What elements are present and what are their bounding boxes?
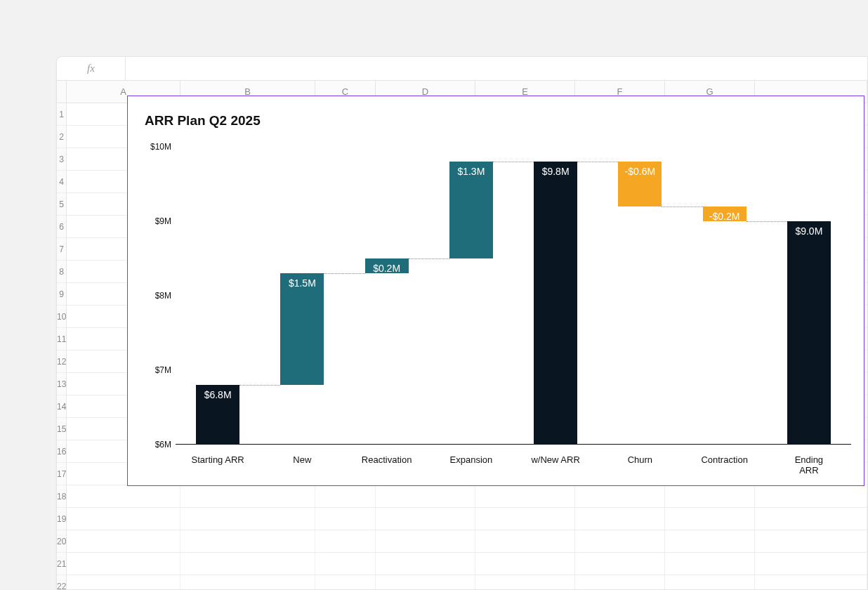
y-tick: $7M <box>142 365 171 375</box>
cell[interactable] <box>67 530 180 552</box>
chart-bar[interactable]: -$0.2M <box>703 206 747 221</box>
cell[interactable] <box>67 575 180 590</box>
x-category-label: Ending ARR <box>788 454 830 476</box>
cell[interactable] <box>575 485 665 507</box>
bar-value-label: $1.3M <box>457 166 485 177</box>
formula-bar[interactable]: fx <box>57 57 867 81</box>
cell[interactable] <box>376 575 475 590</box>
connector-line <box>493 162 534 162</box>
row-head[interactable]: 14 <box>57 395 67 417</box>
row-head[interactable]: 20 <box>57 530 67 552</box>
cell[interactable] <box>475 530 575 552</box>
row: 22 <box>57 575 867 590</box>
row-head[interactable]: 11 <box>57 328 67 350</box>
cell[interactable] <box>376 508 475 530</box>
cell[interactable] <box>755 508 867 530</box>
bar-value-label: -$0.2M <box>709 211 740 222</box>
row-head[interactable]: 21 <box>57 553 67 575</box>
row-head[interactable]: 19 <box>57 508 67 530</box>
cell[interactable] <box>315 575 376 590</box>
row-head[interactable]: 10 <box>57 306 67 327</box>
row-head[interactable]: 7 <box>57 238 67 260</box>
cell[interactable] <box>475 485 575 507</box>
row-head[interactable]: 22 <box>57 575 67 590</box>
row-head[interactable]: 2 <box>57 126 67 148</box>
cell[interactable] <box>315 485 376 507</box>
row-head[interactable]: 3 <box>57 148 67 170</box>
cell[interactable] <box>376 485 475 507</box>
x-category-label: New <box>293 454 311 465</box>
fx-cell: fx <box>57 57 126 80</box>
bar-value-label: $9.0M <box>795 225 822 237</box>
cell[interactable] <box>665 575 755 590</box>
chart-bar[interactable]: -$0.6M <box>618 162 662 206</box>
x-axis <box>176 444 851 445</box>
row-head[interactable]: 13 <box>57 373 67 395</box>
cell[interactable] <box>67 485 180 507</box>
row: 21 <box>57 553 867 575</box>
cell[interactable] <box>180 508 315 530</box>
chart-bar[interactable]: $1.5M <box>280 273 324 385</box>
cell[interactable] <box>755 485 867 507</box>
row-head[interactable]: 5 <box>57 193 67 215</box>
header-corner[interactable] <box>57 81 67 103</box>
cell[interactable] <box>755 530 867 552</box>
x-category-label: Contraction <box>701 454 747 465</box>
chart-bar[interactable]: $1.3M <box>449 162 493 258</box>
bar-value-label: $6.8M <box>204 389 232 400</box>
cell[interactable] <box>376 553 475 575</box>
row-head[interactable]: 12 <box>57 350 67 372</box>
row-head[interactable]: 18 <box>57 485 67 507</box>
connector-line <box>662 206 702 207</box>
row-head[interactable]: 16 <box>57 440 67 462</box>
row-head[interactable]: 8 <box>57 261 67 282</box>
cell[interactable] <box>180 575 315 590</box>
connector-line <box>324 273 364 274</box>
cell[interactable] <box>665 508 755 530</box>
connector-line <box>747 221 787 222</box>
chart-bar[interactable]: $9.8M <box>534 162 577 445</box>
fx-label: fx <box>87 63 95 74</box>
bar-value-label: $9.8M <box>542 166 570 177</box>
cell[interactable] <box>67 553 180 575</box>
row-head[interactable]: 17 <box>57 463 67 485</box>
chart-bar[interactable]: $6.8M <box>196 385 239 445</box>
row-head[interactable]: 15 <box>57 418 67 440</box>
y-tick: $6M <box>142 440 171 450</box>
cell[interactable] <box>376 530 475 552</box>
cell[interactable] <box>665 485 755 507</box>
connector-line <box>409 258 449 259</box>
cell[interactable] <box>575 530 665 552</box>
y-tick: $8M <box>142 291 171 301</box>
row-head[interactable]: 6 <box>57 216 67 237</box>
cell[interactable] <box>755 553 867 575</box>
cell[interactable] <box>315 508 376 530</box>
cell[interactable] <box>575 508 665 530</box>
y-tick: $9M <box>142 216 171 226</box>
connector-line <box>239 385 280 386</box>
cell[interactable] <box>180 485 315 507</box>
cell[interactable] <box>315 530 376 552</box>
chart-bar[interactable]: $9.0M <box>787 221 831 445</box>
y-tick: $10M <box>142 142 171 152</box>
cell[interactable] <box>665 530 755 552</box>
cell[interactable] <box>755 575 867 590</box>
x-category-label: Churn <box>628 454 652 465</box>
row-head[interactable]: 9 <box>57 283 67 305</box>
cell[interactable] <box>180 530 315 552</box>
cell[interactable] <box>575 553 665 575</box>
cell[interactable] <box>475 508 575 530</box>
cell[interactable] <box>475 575 575 590</box>
row-head[interactable]: 1 <box>57 103 67 125</box>
cell[interactable] <box>475 553 575 575</box>
cell[interactable] <box>575 575 665 590</box>
cell[interactable] <box>665 553 755 575</box>
chart-container[interactable]: ARR Plan Q2 2025 $6M$7M$8M$9M$10M$6.8MSt… <box>127 96 864 486</box>
cell[interactable] <box>180 553 315 575</box>
cell[interactable] <box>315 553 376 575</box>
chart-bar[interactable]: $0.2M <box>365 258 409 273</box>
cell[interactable] <box>67 508 180 530</box>
row-head[interactable]: 4 <box>57 171 67 192</box>
x-category-label: w/New ARR <box>531 454 579 465</box>
connector-line <box>577 162 618 162</box>
